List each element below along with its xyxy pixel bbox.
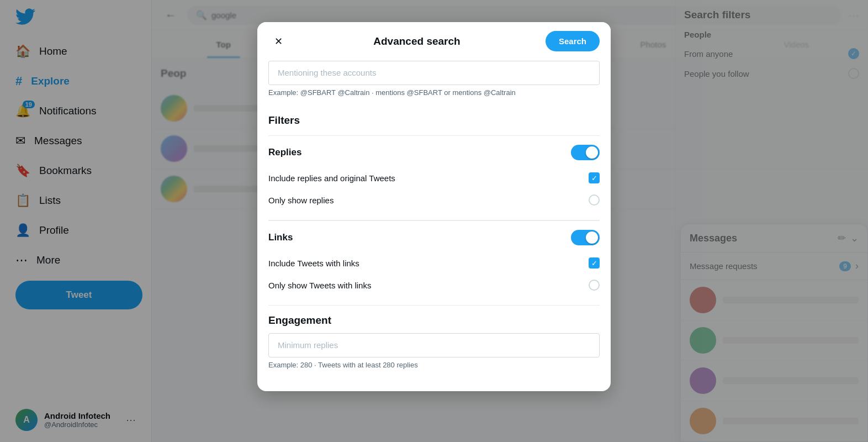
modal-overlay[interactable]: ✕ Advanced search Search Example: @SFBAR… [0,0,868,442]
modal-header: ✕ Advanced search Search [257,22,611,61]
only-replies-label: Only show replies [268,196,334,205]
only-replies-row: Only show replies [268,189,600,211]
replies-toggle[interactable] [571,145,600,160]
replies-filter-header: Replies [268,145,600,160]
modal-title: Advanced search [373,35,460,48]
only-tweets-links-checkbox[interactable] [589,280,600,291]
mentioning-hint: Example: @SFBART @Caltrain · mentions @S… [268,88,600,97]
include-replies-checkbox[interactable]: ✓ [589,172,600,183]
replies-label: Replies [268,147,301,158]
include-tweets-links-row: Include Tweets with links ✓ [268,252,600,274]
only-tweets-links-label: Only show Tweets with links [268,281,371,290]
include-replies-row: Include replies and original Tweets ✓ [268,167,600,189]
minimum-replies-hint: Example: 280 · Tweets with at least 280 … [268,361,600,369]
only-replies-checkbox[interactable] [589,194,600,206]
modal-body: Example: @SFBART @Caltrain · mentions @S… [257,61,611,391]
minimum-replies-input[interactable] [278,340,590,350]
links-filter-header: Links [268,230,600,245]
toggle-knob-links [586,231,598,244]
include-replies-label: Include replies and original Tweets [268,173,395,183]
include-tweets-links-label: Include Tweets with links [268,259,359,268]
mentioning-accounts-input-wrap[interactable] [268,61,600,85]
replies-filter-block: Replies Include replies and original Twe… [268,135,600,220]
advanced-search-modal: ✕ Advanced search Search Example: @SFBAR… [257,22,611,391]
close-icon: ✕ [274,35,283,48]
links-label: Links [268,232,293,243]
mentioning-accounts-input[interactable] [278,68,590,77]
links-filter-block: Links Include Tweets with links ✓ Only s… [268,220,600,305]
modal-close-button[interactable]: ✕ [268,31,288,51]
modal-search-button[interactable]: Search [546,31,600,51]
filters-title: Filters [268,108,600,135]
include-tweets-links-checkbox[interactable]: ✓ [589,257,600,269]
minimum-replies-input-wrap[interactable] [268,333,600,357]
links-toggle[interactable] [571,230,600,245]
only-tweets-links-row: Only show Tweets with links [268,274,600,296]
engagement-title: Engagement [268,306,600,333]
toggle-knob [586,146,598,159]
